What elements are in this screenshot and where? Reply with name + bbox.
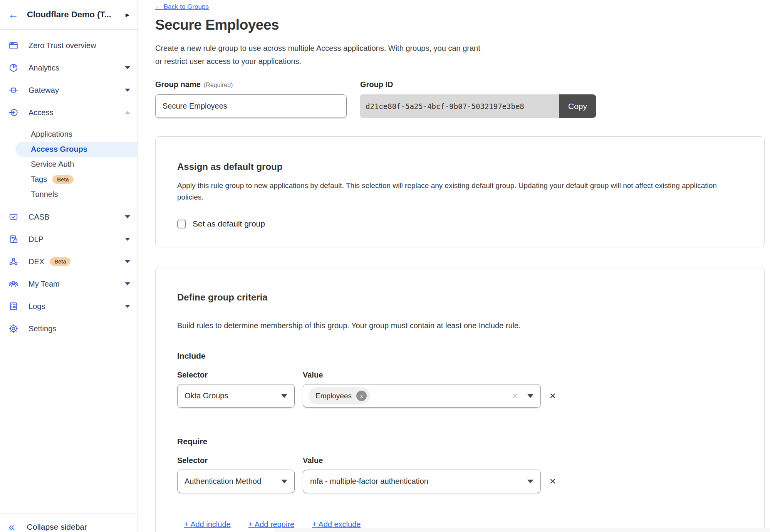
sidebar-item-label: Tags — [31, 175, 47, 184]
group-id-label: Group ID — [360, 80, 596, 89]
page-title: Secure Employees — [155, 17, 765, 33]
back-arrow-icon[interactable]: ← — [8, 9, 18, 20]
group-name-input[interactable] — [155, 94, 347, 118]
sidebar-item-zero-trust-overview[interactable]: Zero Trust overview — [0, 34, 137, 57]
assign-default-group-card: Assign as default group Apply this rule … — [155, 136, 765, 247]
remove-include-rule-icon[interactable]: ✕ — [549, 391, 556, 401]
sidebar-item-access[interactable]: Access — [0, 101, 137, 124]
assign-default-group-title: Assign as default group — [177, 161, 743, 172]
chevron-down-icon — [527, 394, 533, 398]
beta-badge: Beta — [50, 257, 70, 266]
sidebar-item-logs[interactable]: Logs — [0, 295, 137, 317]
include-heading: Include — [177, 351, 743, 361]
sidebar-item-label: Logs — [29, 302, 45, 311]
sidebar-item-gateway[interactable]: Gateway — [0, 79, 137, 101]
group-name-id-row: Group name(Required) Group ID d21ce80f-5… — [155, 80, 765, 118]
require-selector-dropdown[interactable]: Authentication Method — [177, 470, 295, 493]
chevron-down-icon[interactable] — [125, 238, 130, 241]
require-selector-label: Selector — [177, 456, 295, 465]
sidebar-item-tunnels[interactable]: Tunnels — [0, 187, 137, 202]
define-group-criteria-card: Define group criteria Build rules to det… — [155, 267, 765, 532]
require-value-text: mfa - multiple-factor authentication — [310, 477, 428, 486]
chevron-up-icon[interactable] — [125, 111, 130, 114]
sidebar-item-label: Zero Trust overview — [29, 41, 96, 50]
sidebar-item-access-groups[interactable]: Access Groups — [15, 142, 137, 157]
collapse-sidebar-label: Collapse sidebar — [27, 522, 87, 532]
sidebar-item-label: Gateway — [29, 86, 59, 95]
gear-icon — [8, 324, 18, 334]
chevron-down-icon[interactable] — [125, 305, 130, 308]
access-subnav: Applications Access Groups Service Auth … — [0, 127, 137, 202]
assign-default-group-description: Apply this rule group to new application… — [177, 180, 728, 203]
dlp-document-lock-icon — [8, 234, 18, 244]
include-selector-dropdown[interactable]: Okta Groups — [177, 384, 295, 408]
collapse-sidebar-button[interactable]: « Collapse sidebar — [0, 518, 137, 532]
sidebar-item-label: My Team — [29, 280, 60, 289]
require-value-dropdown[interactable]: mfa - multiple-factor authentication — [303, 470, 541, 493]
chevron-down-icon[interactable] — [125, 282, 130, 285]
main-content: ← Back to Groups Secure Employees Create… — [138, 0, 770, 532]
zero-trust-dashboard: ← Cloudflare Demo (T... ▶ Zero Trust ove… — [0, 0, 770, 532]
sidebar-item-label: Tunnels — [31, 190, 58, 199]
chevron-down-icon[interactable] — [125, 260, 130, 263]
define-group-criteria-description: Build rules to determine membership of t… — [177, 320, 728, 331]
access-icon — [8, 107, 18, 117]
footer-strip — [275, 528, 770, 532]
sidebar-item-tags[interactable]: Tags Beta — [0, 172, 137, 187]
require-rule-row: Authentication Method mfa - multiple-fac… — [177, 470, 743, 493]
include-value-label: Value — [303, 371, 323, 379]
employees-tag-label: Employees — [315, 392, 352, 400]
sidebar-item-label: Service Auth — [31, 160, 74, 169]
include-value-multiselect[interactable]: Employees x ✕ — [303, 384, 541, 408]
casb-icon — [8, 212, 18, 222]
sidebar-footer: « Collapse sidebar — [0, 514, 137, 532]
require-selector-value: Authentication Method — [185, 477, 261, 486]
include-selector-label: Selector — [177, 371, 295, 379]
back-to-groups-link[interactable]: ← Back to Groups — [155, 3, 209, 11]
team-people-icon — [8, 279, 18, 289]
remove-tag-icon[interactable]: x — [356, 391, 367, 401]
sidebar-item-label: Applications — [31, 130, 72, 139]
require-value-label: Value — [303, 456, 323, 465]
sidebar-item-settings[interactable]: Settings — [0, 317, 137, 340]
sidebar-item-my-team[interactable]: My Team — [0, 273, 137, 295]
set-default-group-row: Set as default group — [177, 219, 743, 228]
set-default-group-checkbox[interactable] — [177, 220, 186, 228]
sidebar: ← Cloudflare Demo (T... ▶ Zero Trust ove… — [0, 0, 138, 532]
group-id-value: d21ce80f-5a25-4bcf-9b07-5032197e3be8 — [360, 94, 559, 118]
chevron-down-icon — [281, 480, 287, 483]
analytics-pie-icon — [8, 63, 18, 73]
required-hint: (Required) — [204, 82, 233, 88]
set-default-group-label: Set as default group — [193, 219, 265, 228]
overview-window-icon — [8, 40, 18, 50]
add-include-link[interactable]: + Add include — [184, 520, 231, 529]
sidebar-item-dlp[interactable]: DLP — [0, 228, 137, 250]
sidebar-item-applications[interactable]: Applications — [0, 127, 137, 142]
require-heading: Require — [177, 437, 743, 446]
sidebar-item-label: Access — [29, 108, 53, 117]
collapse-chevrons-icon: « — [8, 522, 15, 532]
copy-button[interactable]: Copy — [559, 94, 596, 118]
sidebar-item-casb[interactable]: CASB — [0, 206, 137, 228]
remove-require-rule-icon[interactable]: ✕ — [549, 477, 556, 486]
sidebar-item-service-auth[interactable]: Service Auth — [0, 157, 137, 172]
chevron-down-icon[interactable] — [125, 66, 130, 69]
chevron-down-icon — [527, 480, 533, 483]
dex-network-icon — [8, 257, 18, 267]
define-group-criteria-title: Define group criteria — [177, 292, 743, 303]
sidebar-item-label: CASB — [29, 213, 49, 222]
sidebar-item-dex[interactable]: DEX Beta — [0, 250, 137, 273]
sidebar-header: ← Cloudflare Demo (T... ▶ — [0, 0, 137, 30]
sidebar-item-analytics[interactable]: Analytics — [0, 57, 137, 79]
chevron-down-icon[interactable] — [125, 89, 130, 92]
chevron-down-icon — [281, 394, 287, 398]
clear-values-icon[interactable]: ✕ — [511, 391, 518, 401]
chevron-down-icon[interactable] — [125, 215, 130, 218]
beta-badge: Beta — [52, 175, 73, 184]
account-name: Cloudflare Demo (T... — [27, 10, 111, 20]
sidebar-item-label: Access Groups — [31, 145, 87, 154]
include-rule-row: Okta Groups Employees x ✕ ✕ — [177, 384, 743, 408]
group-name-label: Group name(Required) — [155, 80, 347, 89]
gateway-icon — [8, 85, 18, 95]
expand-caret-icon[interactable]: ▶ — [126, 12, 129, 18]
